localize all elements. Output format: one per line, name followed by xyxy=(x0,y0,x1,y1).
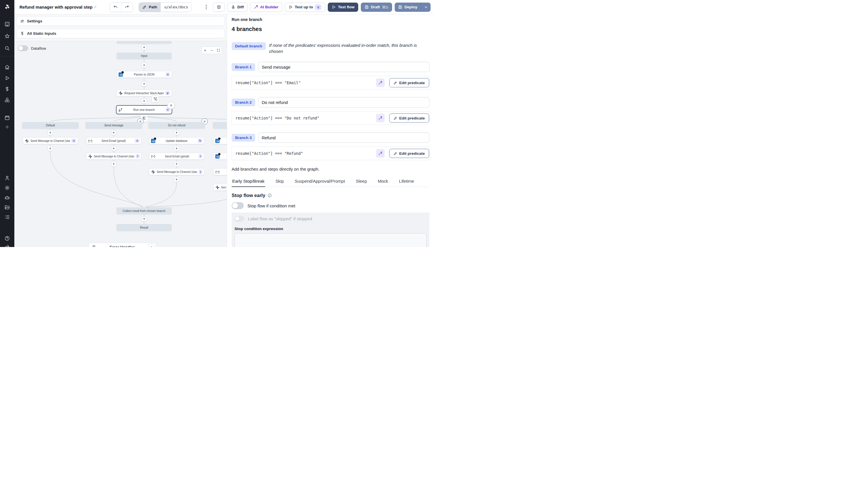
variables-icon[interactable] xyxy=(5,87,10,92)
label-skipped-toggle[interactable] xyxy=(235,216,244,222)
favorites-star-icon[interactable] xyxy=(5,34,10,39)
error-handler-bar[interactable]: Error Handler + xyxy=(88,243,156,247)
deselect-node-button[interactable]: × xyxy=(167,102,175,109)
label-skipped-label: Label flow as "skipped" if stopped xyxy=(248,216,312,221)
tab-early-stop-break[interactable]: Early Stop/Break xyxy=(232,176,265,187)
deploy-button[interactable]: Deploy xyxy=(395,3,421,12)
home-icon[interactable] xyxy=(5,64,10,70)
edit-predicate-button[interactable]: Edit predicate xyxy=(389,113,429,122)
insert-step-button[interactable]: + xyxy=(48,146,53,151)
insert-step-button[interactable]: + xyxy=(111,162,116,167)
step-node-slack-send-message[interactable]: Send Message to Channel (slack) l xyxy=(86,153,141,160)
tab-sleep[interactable]: Sleep xyxy=(355,176,368,187)
collapse-arrow-icon[interactable] xyxy=(5,244,10,247)
edit-predicate-button[interactable]: Edit predicate xyxy=(389,78,429,87)
edit-title-icon[interactable] xyxy=(94,5,97,10)
insert-step-button[interactable]: + xyxy=(141,63,147,68)
create-plus-icon[interactable] xyxy=(5,125,10,130)
more-menu-button[interactable]: ⋮ xyxy=(202,3,211,12)
all-static-inputs-bar[interactable]: All Static Inputs xyxy=(16,29,225,38)
step-node-clipped-ts[interactable]: TS xyxy=(213,153,227,160)
step-node-run-one-branch-selected[interactable]: Run one branch c xyxy=(116,105,172,114)
flow-title[interactable]: Refund manager with approval step xyxy=(20,5,93,10)
ai-builder-button[interactable]: AI Builder xyxy=(250,3,282,12)
ai-suggest-predicate-button[interactable] xyxy=(376,78,384,87)
search-icon[interactable] xyxy=(5,46,10,51)
step-node-slack-approval[interactable]: Request Interactive Slack Approval (... … xyxy=(117,90,172,96)
ai-robot-icon[interactable] xyxy=(5,195,10,201)
branch-header-do-not-refund[interactable]: Do not refund xyxy=(149,122,205,129)
panel-breadcrumb: Run one branch xyxy=(232,17,429,22)
add-error-handler-button[interactable]: + xyxy=(148,244,155,247)
branch-1-predicate-code: resume["Action"] === "Email" xyxy=(235,80,301,85)
dataflow-toggle[interactable] xyxy=(18,45,28,51)
logs-list-icon[interactable] xyxy=(5,214,10,220)
redo-button[interactable] xyxy=(121,3,133,12)
branch-2-summary-input[interactable] xyxy=(258,97,429,108)
edit-path-button[interactable]: Path xyxy=(139,3,160,12)
collect-result-node[interactable]: Collect result from chosen branch xyxy=(117,207,172,214)
zoom-out-button[interactable]: − xyxy=(209,47,215,54)
stop-flow-condition-toggle[interactable] xyxy=(232,202,244,209)
path-value[interactable]: u/alex/docs xyxy=(160,3,192,12)
account-icon[interactable] xyxy=(5,175,10,181)
ai-suggest-predicate-button[interactable] xyxy=(376,114,384,122)
insert-step-button[interactable]: + xyxy=(111,130,116,135)
insert-step-button[interactable]: + xyxy=(141,45,147,50)
insert-step-button[interactable]: + xyxy=(174,162,179,167)
step-node-slack-send-message[interactable]: Send Message to Channel (slack) j xyxy=(149,168,204,175)
undo-button[interactable] xyxy=(110,3,121,12)
schedules-icon[interactable] xyxy=(5,115,10,121)
diff-button[interactable]: Diff xyxy=(227,3,248,12)
tab-skip[interactable]: Skip xyxy=(275,176,284,187)
windmill-logo-icon[interactable] xyxy=(5,4,10,10)
ai-suggest-predicate-button[interactable] xyxy=(376,149,384,158)
runs-icon[interactable] xyxy=(5,76,10,81)
step-node-update-database[interactable]: TS Update database h xyxy=(149,137,204,144)
insert-step-button[interactable]: + xyxy=(141,98,147,104)
test-flow-button[interactable]: Test flow xyxy=(328,3,358,12)
tab-suspend-approval-prompt[interactable]: Suspend/Approval/Prompt xyxy=(294,176,346,187)
deploy-options-chevron[interactable] xyxy=(421,3,431,12)
branch-header-clipped[interactable] xyxy=(213,122,227,129)
resources-icon[interactable] xyxy=(5,97,10,103)
step-node-clipped-gmail[interactable] xyxy=(213,168,227,175)
branch-header-send-message[interactable]: Send message xyxy=(85,122,142,129)
insert-step-button[interactable]: + xyxy=(111,146,116,151)
branch-header-default[interactable]: Default xyxy=(22,122,79,129)
insert-step-button[interactable]: + xyxy=(48,130,53,135)
stop-condition-expression-input[interactable] xyxy=(235,233,427,247)
path-label: Path xyxy=(149,5,157,9)
branch-1-summary-input[interactable] xyxy=(258,62,429,72)
test-up-to-button[interactable]: Test up toc xyxy=(285,3,325,12)
step-node-clipped-slack[interactable]: Sen xyxy=(213,184,227,191)
settings-gear-icon[interactable] xyxy=(5,185,10,191)
result-node[interactable]: Result xyxy=(117,224,172,231)
edit-predicate-button[interactable]: Edit predicate xyxy=(389,149,429,158)
step-node-parses-to-json[interactable]: TS Parses to JSON a xyxy=(117,71,172,78)
input-node[interactable]: Input xyxy=(117,53,172,59)
docs-book-button[interactable] xyxy=(213,3,225,12)
branch-3-summary-input[interactable] xyxy=(258,132,429,143)
zoom-in-button[interactable]: + xyxy=(202,47,209,54)
tab-mock[interactable]: Mock xyxy=(377,176,389,187)
insert-step-button[interactable]: + xyxy=(174,177,179,182)
step-node-clipped-ts[interactable]: TS xyxy=(213,137,227,144)
stop-flow-early-heading-row: Stop flow early xyxy=(232,193,429,198)
fit-view-button[interactable] xyxy=(215,47,222,54)
insert-step-button[interactable]: + xyxy=(174,146,179,151)
insert-step-button[interactable]: + xyxy=(174,130,179,135)
gmail-icon xyxy=(151,154,155,158)
folders-icon[interactable] xyxy=(5,205,10,210)
insert-step-button[interactable]: + xyxy=(141,81,147,87)
step-node-gmail-send-email[interactable]: Send Email (gmail) o xyxy=(86,137,141,144)
tab-lifetime[interactable]: Lifetime xyxy=(398,176,415,187)
step-node-slack-default[interactable]: Send Message to Channel (slack) n xyxy=(23,137,78,144)
step-node-gmail-send-email[interactable]: Send Email (gmail) i xyxy=(149,153,204,160)
flow-settings-bar[interactable]: Settings xyxy=(16,16,225,26)
dataflow-toggle-row: Dataflow xyxy=(18,45,46,51)
workspace-icon[interactable] xyxy=(5,21,10,27)
draft-button[interactable]: Draft⌘S xyxy=(361,3,392,12)
help-icon[interactable] xyxy=(5,236,10,241)
insert-step-button[interactable]: + xyxy=(141,216,147,222)
